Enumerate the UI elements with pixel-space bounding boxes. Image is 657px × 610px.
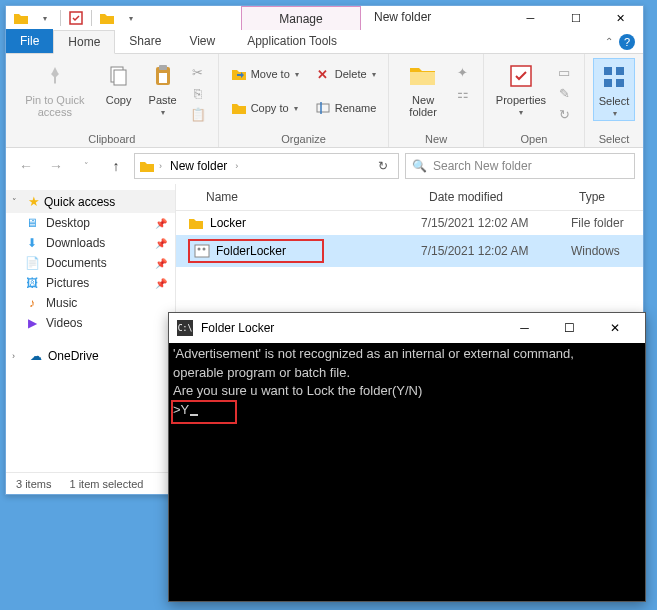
view-tab[interactable]: View [175, 29, 229, 53]
batch-file-icon [194, 243, 210, 259]
chevron-down-icon[interactable]: ˅ [12, 197, 24, 207]
collapse-ribbon-icon[interactable]: ⌃ [605, 36, 613, 47]
rename-icon [315, 100, 331, 116]
column-name[interactable]: Name [176, 184, 421, 210]
manage-tab[interactable]: Manage [241, 6, 361, 30]
chevron-right-icon[interactable]: › [12, 351, 24, 361]
history-icon: ↻ [556, 106, 572, 122]
cut-button[interactable]: ✂ [186, 62, 210, 82]
history-button[interactable]: ↻ [552, 104, 576, 124]
maximize-button[interactable]: ☐ [553, 6, 598, 30]
ribbon: Pin to Quick access Copy Paste▾ ✂ ⎘ 📋 Cl… [6, 54, 643, 148]
svg-rect-9 [604, 67, 612, 75]
video-icon: ▶ [24, 316, 40, 330]
search-icon: 🔍 [412, 159, 427, 173]
chevron-right-icon[interactable]: › [235, 161, 238, 171]
selection-count: 1 item selected [69, 478, 143, 490]
clipboard-label: Clipboard [88, 131, 135, 145]
copy-path-icon: ⎘ [190, 85, 206, 101]
open-label: Open [520, 131, 547, 145]
sidebar-item-downloads[interactable]: ⬇Downloads📌 [6, 233, 175, 253]
column-date[interactable]: Date modified [421, 184, 571, 210]
copy-path-button[interactable]: ⎘ [186, 83, 210, 103]
easy-access-button[interactable]: ⚏ [451, 83, 475, 103]
svg-rect-5 [159, 73, 167, 83]
properties-icon-large [505, 60, 537, 92]
console-title-bar[interactable]: C:\ Folder Locker ─ ☐ ✕ [169, 313, 645, 343]
copy-button[interactable]: Copy [98, 58, 140, 108]
open-button[interactable]: ▭ [552, 62, 576, 82]
sidebar-item-music[interactable]: ♪Music [6, 293, 175, 313]
delete-button[interactable]: ✕Delete▾ [311, 64, 381, 84]
share-tab[interactable]: Share [115, 29, 175, 53]
minimize-button[interactable]: ─ [508, 6, 553, 30]
back-button[interactable]: ← [14, 154, 38, 178]
open-group: Properties▾ ▭ ✎ ↻ Open [484, 54, 585, 147]
sidebar-item-documents[interactable]: 📄Documents📌 [6, 253, 175, 273]
pin-to-quick-access-button[interactable]: Pin to Quick access [14, 58, 96, 120]
svg-rect-6 [317, 104, 329, 112]
new-folder-qat-icon[interactable] [96, 8, 118, 28]
console-output[interactable]: 'Advertisement' is not recognized as an … [169, 343, 645, 601]
quick-access-section[interactable]: ˅ ★ Quick access [6, 190, 175, 213]
console-close-button[interactable]: ✕ [592, 313, 637, 343]
console-title: Folder Locker [201, 321, 274, 335]
sidebar-item-videos[interactable]: ▶Videos [6, 313, 175, 333]
qat-customize-icon[interactable]: ▾ [120, 8, 142, 28]
pic-icon: 🖼 [24, 276, 40, 290]
highlight-annotation [171, 400, 237, 424]
music-icon: ♪ [24, 296, 40, 310]
home-tab[interactable]: Home [53, 30, 115, 54]
search-placeholder: Search New folder [433, 159, 532, 173]
move-to-button[interactable]: Move to▾ [227, 64, 303, 84]
edit-icon: ✎ [556, 85, 572, 101]
address-bar[interactable]: › New folder › ↻ [134, 153, 399, 179]
edit-button[interactable]: ✎ [552, 83, 576, 103]
chevron-right-icon[interactable]: › [159, 161, 162, 171]
new-item-button[interactable]: ✦ [451, 62, 475, 82]
pin-icon: 📌 [155, 278, 167, 289]
star-icon: ★ [28, 194, 40, 209]
refresh-button[interactable]: ↻ [372, 157, 394, 175]
highlight-annotation: FolderLocker [188, 239, 324, 263]
rename-button[interactable]: Rename [311, 98, 381, 118]
item-count: 3 items [16, 478, 51, 490]
select-button[interactable]: Select▾ [593, 58, 635, 121]
column-headers: Name Date modified Type [176, 184, 643, 211]
folder-icon[interactable] [10, 8, 32, 28]
qat-dropdown-icon[interactable]: ▾ [34, 8, 56, 28]
pin-icon: 📌 [155, 218, 167, 229]
close-button[interactable]: ✕ [598, 6, 643, 30]
console-maximize-button[interactable]: ☐ [547, 313, 592, 343]
application-tools-tab[interactable]: Application Tools [233, 29, 351, 53]
help-icon[interactable]: ? [619, 34, 635, 50]
navigation-pane: ˅ ★ Quick access 🖥Desktop📌 ⬇Downloads📌 📄… [6, 184, 176, 472]
svg-point-15 [203, 248, 206, 251]
properties-button[interactable]: Properties▾ [492, 58, 550, 119]
column-type[interactable]: Type [571, 184, 643, 210]
paste-button[interactable]: Paste▾ [142, 58, 184, 119]
pin-icon: 📌 [155, 258, 167, 269]
copy-to-button[interactable]: Copy to▾ [227, 98, 303, 118]
file-row-folderlocker[interactable]: FolderLocker 7/15/2021 12:02 AM Windows [176, 235, 643, 267]
sidebar-item-desktop[interactable]: 🖥Desktop📌 [6, 213, 175, 233]
breadcrumb-segment[interactable]: New folder [166, 157, 231, 175]
paste-icon [147, 60, 179, 92]
search-box[interactable]: 🔍 Search New folder [405, 153, 635, 179]
svg-rect-13 [195, 245, 209, 257]
sidebar-item-pictures[interactable]: 🖼Pictures📌 [6, 273, 175, 293]
file-tab[interactable]: File [6, 29, 53, 53]
paste-shortcut-button[interactable]: 📋 [186, 104, 210, 124]
new-group: New folder ✦ ⚏ New [389, 54, 483, 147]
up-button[interactable]: ↑ [104, 154, 128, 178]
onedrive-section[interactable]: › ☁ OneDrive [6, 345, 175, 367]
svg-rect-11 [604, 79, 612, 87]
new-folder-icon [407, 60, 439, 92]
console-minimize-button[interactable]: ─ [502, 313, 547, 343]
properties-icon[interactable] [65, 8, 87, 28]
delete-icon: ✕ [315, 66, 331, 82]
new-folder-button[interactable]: New folder [397, 58, 448, 120]
forward-button[interactable]: → [44, 154, 68, 178]
recent-dropdown-icon[interactable]: ˅ [74, 154, 98, 178]
file-row-locker[interactable]: Locker 7/15/2021 12:02 AM File folder [176, 211, 643, 235]
